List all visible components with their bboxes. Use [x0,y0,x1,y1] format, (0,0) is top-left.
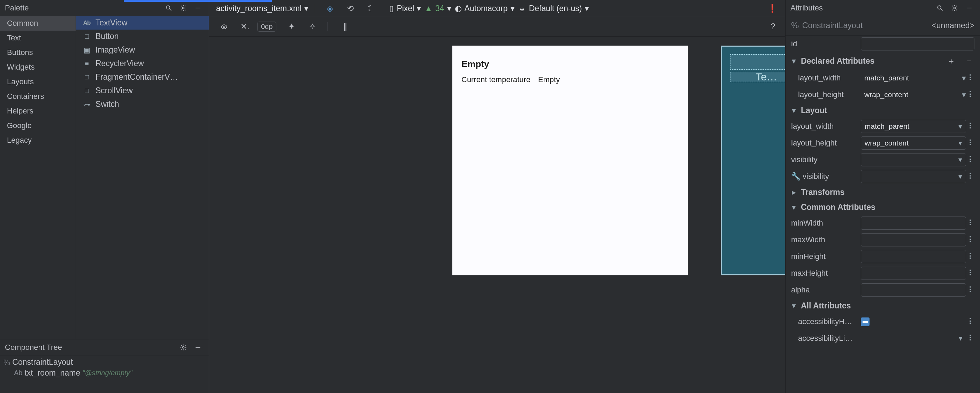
checkbox-indeterminate-icon[interactable] [861,317,870,326]
guidelines-icon[interactable]: ‖ [339,21,351,33]
layout-width-dropdown[interactable]: match_parent▾ [861,120,966,133]
component-tree-title: Component Tree [5,343,175,352]
blueprint-textview[interactable]: TextView [730,54,785,70]
id-input[interactable] [861,37,974,51]
palette-category-widgets[interactable]: Widgets [0,60,76,74]
palette-category-common[interactable]: Common [0,16,76,31]
file-name: activity_rooms_item.xml [216,4,301,13]
attr-label: minWidth [791,219,858,228]
gear-icon[interactable] [177,341,189,353]
minheight-input[interactable] [861,250,966,263]
section-layout[interactable]: ▾ Layout [786,103,980,118]
default-margin[interactable]: 0dp [257,22,276,32]
section-common-attributes[interactable]: ▾ Common Attributes [786,200,980,215]
alpha-input[interactable] [861,284,966,296]
gear-icon[interactable] [949,2,961,14]
attributes-scroll[interactable]: id ▾ Declared Attributes ＋ − layout_widt… [786,35,980,393]
palette-item-recyclerview[interactable]: ≡RecyclerView [76,57,209,70]
more-icon[interactable]: ⠇ [968,269,974,278]
more-icon[interactable]: ⠇ [968,90,974,100]
tree-child-txt-room-name[interactable]: Ab txt_room_name "@string/empty" [0,368,209,379]
active-tab-indicator [124,0,272,2]
attr-label: layout_height [791,90,858,99]
palette-item-textview[interactable]: AbTextView [76,16,209,30]
fragment-icon: □ [82,73,91,81]
design-preview[interactable]: Empty Current temperature Empty [452,46,688,275]
infer-constraints-icon[interactable]: ✧ [306,21,318,33]
minimize-icon[interactable] [192,2,204,14]
more-icon[interactable]: ⠇ [968,252,974,261]
more-icon[interactable]: ⠇ [968,73,974,83]
chevron-down-icon[interactable]: ▾ [962,73,966,83]
section-transforms[interactable]: ▸ Transforms [786,185,980,200]
section-title: Transforms [801,188,845,197]
tools-visibility-dropdown[interactable]: ▾ [861,170,966,183]
api-picker[interactable]: ▲ 34 ▾ [425,4,451,13]
tree-root-constraintlayout[interactable]: ⁰⁄₀ ConstraintLayout [0,357,209,368]
attr-row-declared-height: layout_height wrap_content ▾ ⠇ [786,86,980,103]
clear-constraints-icon[interactable]: ✦ [285,21,297,33]
theme-icon: ◐ [455,4,462,13]
section-all-attributes[interactable]: ▾ All Attributes [786,298,980,313]
palette-item-label: Switch [95,100,119,109]
blueprint-preview[interactable]: TextView Te… TextView [721,46,785,275]
visibility-dropdown[interactable]: ▾ [861,153,966,166]
text-icon: Ab [14,369,22,377]
search-icon[interactable] [934,2,946,14]
palette-item-button[interactable]: □Button [76,30,209,43]
palette-categories: Common Text Buttons Widgets Layouts Cont… [0,16,76,339]
palette-item-switch[interactable]: ⊶Switch [76,97,209,111]
search-icon[interactable] [163,2,175,14]
more-icon[interactable]: ⠇ [968,155,974,165]
more-icon[interactable]: ⠇ [968,139,974,148]
autoconnect-icon[interactable]: ✕. [239,21,251,33]
locale-picker[interactable]: 🜨 Default (en-us) ▾ [518,4,589,13]
blueprint-textview[interactable]: Te… [730,72,785,82]
more-icon[interactable]: ⠇ [968,285,974,295]
maxwidth-input[interactable] [861,233,966,246]
more-icon[interactable]: ⠇ [968,334,974,343]
warnings-icon[interactable]: ❗ [766,2,778,14]
gear-icon[interactable] [177,2,189,14]
more-icon[interactable]: ⠇ [968,235,974,245]
palette-item-imageview[interactable]: ▣ImageView [76,43,209,57]
palette-category-text[interactable]: Text [0,31,76,45]
help-icon[interactable]: ? [767,21,779,33]
file-dropdown[interactable]: activity_rooms_item.xml ▾ [216,4,309,13]
remove-icon[interactable]: − [963,55,975,67]
more-icon[interactable]: ⠇ [968,172,974,181]
device-picker[interactable]: ▯ Pixel ▾ [389,4,421,13]
maxheight-input[interactable] [861,267,966,280]
more-icon[interactable]: ⠇ [968,317,974,326]
night-mode-icon[interactable]: ☾ [364,2,376,14]
palette-category-helpers[interactable]: Helpers [0,104,76,118]
minimize-icon[interactable] [192,341,204,353]
section-declared-attributes[interactable]: ▾ Declared Attributes ＋ − [786,52,980,70]
chevron-down-icon[interactable]: ▾ [962,90,966,100]
palette-item-label: Button [95,32,119,41]
more-icon[interactable]: ⠇ [968,122,974,131]
attributes-component-row: ⁰⁄₀ ConstraintLayout <unnamed> [786,16,980,35]
design-mode-icon[interactable]: ◈ [324,2,336,14]
orientation-icon[interactable]: ⟲ [344,2,356,14]
eye-icon[interactable] [218,21,230,33]
attr-value[interactable]: wrap_content [861,88,960,101]
palette-category-layouts[interactable]: Layouts [0,74,76,89]
theme-picker[interactable]: ◐ Automacorp ▾ [455,4,515,13]
palette-item-fragment[interactable]: □FragmentContainerV… [76,70,209,84]
palette-category-legacy[interactable]: Legacy [0,133,76,147]
minwidth-input[interactable] [861,217,966,230]
palette-category-containers[interactable]: Containers [0,89,76,104]
minimize-icon[interactable] [963,2,975,14]
palette-item-scrollview[interactable]: □ScrollView [76,84,209,97]
android-icon: ▲ [425,4,433,13]
design-canvas[interactable]: Empty Current temperature Empty TextView… [209,36,785,393]
layout-height-dropdown[interactable]: wrap_content▾ [861,136,966,150]
accessibility-live-dropdown[interactable]: ▾ [861,332,966,345]
attr-value[interactable]: match_parent [861,71,960,85]
palette-category-buttons[interactable]: Buttons [0,45,76,60]
add-icon[interactable]: ＋ [945,55,957,67]
attr-label: 🔧visibility [791,172,858,181]
more-icon[interactable]: ⠇ [968,219,974,228]
palette-category-google[interactable]: Google [0,118,76,133]
